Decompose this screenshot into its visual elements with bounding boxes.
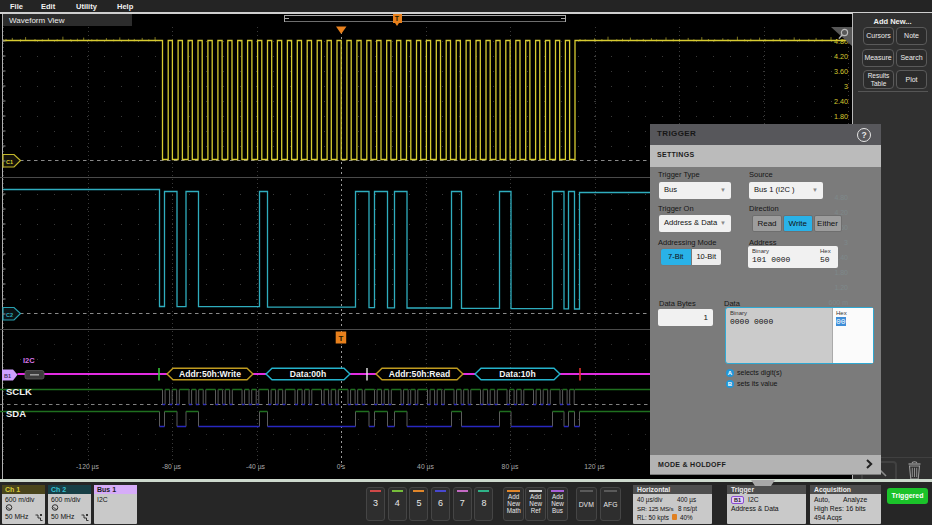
svg-text:C2: C2 <box>6 312 13 318</box>
svg-text:C1: C1 <box>6 159 13 165</box>
svg-text:Data:10h: Data:10h <box>499 369 535 379</box>
svg-text:B1: B1 <box>4 373 11 379</box>
svg-text:Addr:50h:Write: Addr:50h:Write <box>179 369 241 379</box>
svg-text:Data:00h: Data:00h <box>290 369 326 379</box>
svg-text:T: T <box>339 334 344 343</box>
svg-text:Addr:50h:Read: Addr:50h:Read <box>389 369 451 379</box>
